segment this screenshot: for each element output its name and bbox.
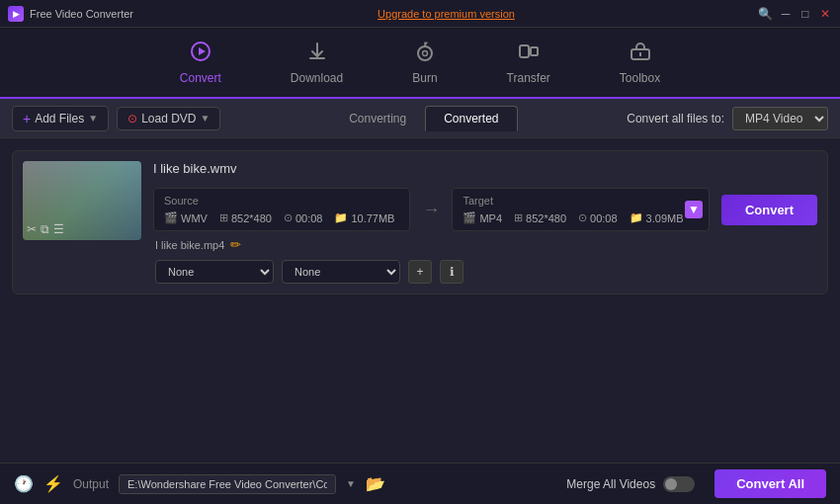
toolbox-nav-label: Toolbox [620,71,660,85]
upgrade-link[interactable]: Upgrade to premium version [378,8,515,20]
maximize-button[interactable]: □ [798,7,812,21]
source-size: 📁 10.77MB [334,211,394,224]
bottom-bar: 🕐 ⚡ Output ▼ 📂 Merge All Videos Convert … [0,462,840,504]
download-nav-icon [306,41,328,67]
plus-icon: + [23,111,31,126]
info-button[interactable]: ℹ [440,260,463,284]
tab-group: Converting Converted [330,106,517,131]
file-info: I like bike.wmv Source 🎬 WMV ⊞ 852*480 [153,161,817,284]
target-box: Target 🎬 MP4 ⊞ 852*480 ⊙ 00: [452,188,709,231]
svg-point-3 [422,50,427,55]
output-name-row: I like bike.wmv [153,161,817,184]
title-bar-left: ▶ Free Video Converter [8,6,133,22]
load-dvd-button[interactable]: ⊙ Load DVD ▼ [117,107,220,130]
nav-burn[interactable]: Burn [402,35,447,91]
close-button[interactable]: ✕ [818,7,832,21]
convert-button[interactable]: Convert [721,195,817,225]
cut-icon[interactable]: ✂ [27,222,37,236]
source-target-row: Source 🎬 WMV ⊞ 852*480 ⊙ 00:08 [153,188,817,231]
toolbar: + Add Files ▼ ⊙ Load DVD ▼ Converting Co… [0,99,840,138]
source-filename: I like bike.wmv [153,161,237,176]
merge-toggle[interactable] [663,476,695,492]
title-bar: ▶ Free Video Converter Upgrade to premiu… [0,0,840,28]
top-nav: Convert Download Burn Tran [0,28,840,99]
dvd-icon: ⊙ [127,112,137,126]
convert-nav-label: Convert [180,71,221,85]
effect-select-right[interactable]: None [282,260,400,284]
list-icon[interactable]: ☰ [53,222,64,236]
folder-icon[interactable]: 📂 [366,474,385,493]
source-duration: ⊙ 00:08 [284,211,323,224]
nav-download[interactable]: Download [281,35,353,91]
edit-filename-icon[interactable]: ✏ [230,237,241,252]
toolbox-nav-icon [630,41,651,67]
add-files-arrow: ▼ [88,113,98,124]
title-bar-controls: 🔍 ─ □ ✕ [759,7,832,21]
output-path-arrow[interactable]: ▼ [346,478,356,489]
target-size: 📁 3.09MB [630,211,684,224]
dropdowns-row: None None + ℹ [153,260,817,284]
copy-icon[interactable]: ⧉ [41,222,49,236]
arrow-icon: → [422,200,440,220]
source-resolution: ⊞ 852*480 [219,211,272,224]
file-row: ✂ ⧉ ☰ I like bike.wmv Source 🎬 WMV [12,150,828,294]
output-path-input[interactable] [119,474,336,494]
load-dvd-label: Load DVD [141,112,196,126]
svg-rect-5 [531,47,538,55]
add-effect-button[interactable]: + [408,260,432,284]
add-files-button[interactable]: + Add Files ▼ [12,106,109,131]
source-specs: 🎬 WMV ⊞ 852*480 ⊙ 00:08 📁 [164,211,399,224]
format-select[interactable]: MP4 Video [732,107,828,130]
load-dvd-arrow: ▼ [201,113,210,124]
nav-toolbox[interactable]: Toolbox [610,35,670,91]
target-format: 🎬 MP4 [462,211,502,224]
convert-all-button[interactable]: Convert All [714,469,826,498]
source-label: Source [164,195,399,207]
target-label: Target [462,195,698,207]
source-box: Source 🎬 WMV ⊞ 852*480 ⊙ 00:08 [153,188,410,231]
convert-nav-icon [190,41,211,67]
thumb-controls: ✂ ⧉ ☰ [27,222,64,236]
tab-converting[interactable]: Converting [330,106,425,131]
nav-transfer[interactable]: Transfer [497,35,560,91]
effect-select-left[interactable]: None [155,260,274,284]
output-label: Output [73,477,109,491]
tab-converted[interactable]: Converted [425,106,517,131]
video-thumbnail: ✂ ⧉ ☰ [23,161,141,240]
transfer-nav-label: Transfer [507,71,550,85]
expand-target-button[interactable]: ▼ [685,201,703,218]
transfer-nav-icon [518,41,540,67]
svg-point-2 [418,46,432,60]
target-duration: ⊙ 00:08 [578,211,618,224]
speed-icon[interactable]: ⚡ [43,474,63,493]
target-resolution: ⊞ 852*480 [514,211,566,224]
convert-all-files-label: Convert all files to: MP4 Video [627,107,828,130]
main-content: ✂ ⧉ ☰ I like bike.wmv Source 🎬 WMV [0,138,840,462]
add-files-label: Add Files [35,112,84,126]
search-button[interactable]: 🔍 [759,7,773,21]
svg-rect-4 [520,45,529,57]
history-icon[interactable]: 🕐 [14,474,34,493]
target-specs: 🎬 MP4 ⊞ 852*480 ⊙ 00:08 📁 [462,211,698,224]
target-filename: I like bike.mp4 [155,239,224,251]
app-icon: ▶ [8,6,24,22]
source-format: 🎬 WMV [164,211,208,224]
merge-label: Merge All Videos [566,476,695,492]
nav-convert[interactable]: Convert [170,35,231,91]
minimize-button[interactable]: ─ [779,7,793,21]
burn-nav-label: Burn [412,71,437,85]
app-title: Free Video Converter [30,8,133,20]
svg-marker-1 [199,47,206,55]
burn-nav-icon [414,41,436,67]
target-name-row: I like bike.mp4 ✏ [153,237,817,252]
download-nav-label: Download [291,71,343,85]
